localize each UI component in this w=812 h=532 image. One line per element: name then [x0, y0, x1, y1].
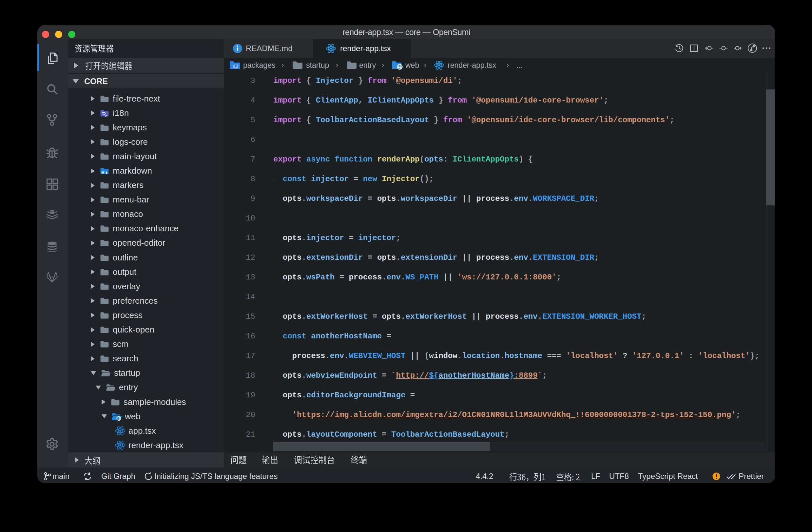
svg-text:A: A: [105, 113, 107, 117]
svg-text:M: M: [101, 171, 104, 175]
